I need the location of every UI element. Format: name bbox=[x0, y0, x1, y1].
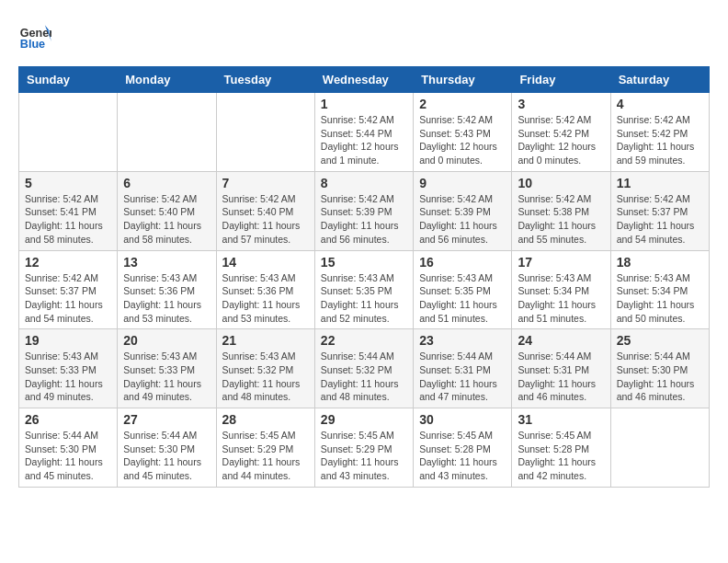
day-info: Sunrise: 5:43 AM Sunset: 5:36 PM Dayligh… bbox=[222, 271, 309, 326]
day-info: Sunrise: 5:42 AM Sunset: 5:37 PM Dayligh… bbox=[617, 192, 703, 247]
calendar-cell: 9Sunrise: 5:42 AM Sunset: 5:39 PM Daylig… bbox=[414, 171, 512, 250]
day-info: Sunrise: 5:43 AM Sunset: 5:34 PM Dayligh… bbox=[617, 271, 703, 326]
day-info: Sunrise: 5:43 AM Sunset: 5:34 PM Dayligh… bbox=[518, 271, 604, 326]
calendar-cell: 6Sunrise: 5:42 AM Sunset: 5:40 PM Daylig… bbox=[118, 171, 216, 250]
weekday-header-wednesday: Wednesday bbox=[314, 67, 413, 93]
day-info: Sunrise: 5:44 AM Sunset: 5:31 PM Dayligh… bbox=[518, 350, 604, 404]
week-row-3: 12Sunrise: 5:42 AM Sunset: 5:37 PM Dayli… bbox=[19, 250, 710, 329]
weekday-header-monday: Monday bbox=[118, 67, 216, 93]
day-number: 16 bbox=[419, 255, 506, 270]
svg-text:Blue: Blue bbox=[20, 38, 45, 51]
weekday-header-row: SundayMondayTuesdayWednesdayThursdayFrid… bbox=[19, 67, 710, 93]
week-row-4: 19Sunrise: 5:43 AM Sunset: 5:33 PM Dayli… bbox=[19, 329, 710, 408]
day-info: Sunrise: 5:45 AM Sunset: 5:28 PM Dayligh… bbox=[518, 429, 604, 483]
day-number: 13 bbox=[123, 255, 210, 270]
day-number: 29 bbox=[321, 412, 407, 427]
day-number: 11 bbox=[617, 176, 703, 190]
week-row-2: 5Sunrise: 5:42 AM Sunset: 5:41 PM Daylig… bbox=[19, 171, 710, 250]
calendar-cell bbox=[610, 408, 709, 488]
calendar-cell: 19Sunrise: 5:43 AM Sunset: 5:33 PM Dayli… bbox=[19, 329, 118, 408]
week-row-1: 1Sunrise: 5:42 AM Sunset: 5:44 PM Daylig… bbox=[19, 93, 710, 172]
day-info: Sunrise: 5:42 AM Sunset: 5:41 PM Dayligh… bbox=[25, 192, 111, 247]
calendar-cell: 25Sunrise: 5:44 AM Sunset: 5:30 PM Dayli… bbox=[610, 329, 709, 408]
day-info: Sunrise: 5:43 AM Sunset: 5:33 PM Dayligh… bbox=[123, 350, 210, 404]
day-number: 12 bbox=[25, 255, 111, 270]
weekday-header-tuesday: Tuesday bbox=[216, 67, 314, 93]
day-number: 10 bbox=[518, 176, 604, 190]
calendar-cell: 11Sunrise: 5:42 AM Sunset: 5:37 PM Dayli… bbox=[610, 171, 709, 250]
day-info: Sunrise: 5:44 AM Sunset: 5:30 PM Dayligh… bbox=[123, 429, 210, 483]
calendar-cell: 21Sunrise: 5:43 AM Sunset: 5:32 PM Dayli… bbox=[216, 329, 314, 408]
day-number: 7 bbox=[222, 176, 309, 190]
day-number: 19 bbox=[25, 333, 111, 348]
calendar-cell: 29Sunrise: 5:45 AM Sunset: 5:29 PM Dayli… bbox=[314, 408, 413, 488]
day-info: Sunrise: 5:42 AM Sunset: 5:38 PM Dayligh… bbox=[518, 192, 604, 247]
calendar-cell: 31Sunrise: 5:45 AM Sunset: 5:28 PM Dayli… bbox=[512, 408, 610, 488]
day-number: 22 bbox=[321, 333, 407, 348]
day-number: 20 bbox=[123, 333, 210, 348]
page-header: General Blue bbox=[18, 18, 710, 52]
calendar-cell: 17Sunrise: 5:43 AM Sunset: 5:34 PM Dayli… bbox=[512, 250, 610, 329]
calendar-cell: 15Sunrise: 5:43 AM Sunset: 5:35 PM Dayli… bbox=[314, 250, 413, 329]
day-info: Sunrise: 5:45 AM Sunset: 5:28 PM Dayligh… bbox=[419, 429, 506, 483]
day-number: 31 bbox=[518, 412, 604, 427]
week-row-5: 26Sunrise: 5:44 AM Sunset: 5:30 PM Dayli… bbox=[19, 408, 710, 488]
day-info: Sunrise: 5:42 AM Sunset: 5:42 PM Dayligh… bbox=[518, 113, 604, 167]
day-info: Sunrise: 5:42 AM Sunset: 5:42 PM Dayligh… bbox=[617, 113, 703, 167]
day-number: 25 bbox=[617, 333, 703, 348]
calendar-cell: 16Sunrise: 5:43 AM Sunset: 5:35 PM Dayli… bbox=[414, 250, 512, 329]
calendar-cell: 18Sunrise: 5:43 AM Sunset: 5:34 PM Dayli… bbox=[610, 250, 709, 329]
day-info: Sunrise: 5:42 AM Sunset: 5:39 PM Dayligh… bbox=[419, 192, 506, 247]
calendar-cell: 12Sunrise: 5:42 AM Sunset: 5:37 PM Dayli… bbox=[19, 250, 118, 329]
calendar-cell bbox=[216, 93, 314, 172]
day-number: 1 bbox=[321, 97, 407, 111]
day-info: Sunrise: 5:45 AM Sunset: 5:29 PM Dayligh… bbox=[222, 429, 309, 483]
day-number: 5 bbox=[25, 176, 111, 190]
calendar-cell: 22Sunrise: 5:44 AM Sunset: 5:32 PM Dayli… bbox=[314, 329, 413, 408]
calendar-cell bbox=[19, 93, 118, 172]
calendar-cell: 28Sunrise: 5:45 AM Sunset: 5:29 PM Dayli… bbox=[216, 408, 314, 488]
day-info: Sunrise: 5:43 AM Sunset: 5:33 PM Dayligh… bbox=[25, 350, 111, 404]
calendar-cell: 13Sunrise: 5:43 AM Sunset: 5:36 PM Dayli… bbox=[118, 250, 216, 329]
day-number: 23 bbox=[419, 333, 506, 348]
day-number: 2 bbox=[419, 97, 506, 111]
day-number: 27 bbox=[123, 412, 210, 427]
weekday-header-saturday: Saturday bbox=[610, 67, 709, 93]
day-info: Sunrise: 5:43 AM Sunset: 5:32 PM Dayligh… bbox=[222, 350, 309, 404]
calendar-table: SundayMondayTuesdayWednesdayThursdayFrid… bbox=[18, 66, 710, 488]
calendar-cell: 1Sunrise: 5:42 AM Sunset: 5:44 PM Daylig… bbox=[314, 93, 413, 172]
day-info: Sunrise: 5:42 AM Sunset: 5:39 PM Dayligh… bbox=[321, 192, 407, 247]
day-number: 8 bbox=[321, 176, 407, 190]
calendar-cell: 14Sunrise: 5:43 AM Sunset: 5:36 PM Dayli… bbox=[216, 250, 314, 329]
weekday-header-sunday: Sunday bbox=[19, 67, 118, 93]
logo: General Blue bbox=[18, 18, 55, 52]
day-number: 6 bbox=[123, 176, 210, 190]
logo-icon: General Blue bbox=[18, 18, 51, 52]
day-info: Sunrise: 5:45 AM Sunset: 5:29 PM Dayligh… bbox=[321, 429, 407, 483]
calendar-cell: 7Sunrise: 5:42 AM Sunset: 5:40 PM Daylig… bbox=[216, 171, 314, 250]
calendar-cell: 27Sunrise: 5:44 AM Sunset: 5:30 PM Dayli… bbox=[118, 408, 216, 488]
day-number: 17 bbox=[518, 255, 604, 270]
day-info: Sunrise: 5:42 AM Sunset: 5:37 PM Dayligh… bbox=[25, 271, 111, 326]
weekday-header-friday: Friday bbox=[512, 67, 610, 93]
weekday-header-thursday: Thursday bbox=[414, 67, 512, 93]
calendar-cell: 4Sunrise: 5:42 AM Sunset: 5:42 PM Daylig… bbox=[610, 93, 709, 172]
calendar-cell: 5Sunrise: 5:42 AM Sunset: 5:41 PM Daylig… bbox=[19, 171, 118, 250]
day-number: 24 bbox=[518, 333, 604, 348]
day-info: Sunrise: 5:44 AM Sunset: 5:30 PM Dayligh… bbox=[617, 350, 703, 404]
day-number: 14 bbox=[222, 255, 309, 270]
calendar-cell: 8Sunrise: 5:42 AM Sunset: 5:39 PM Daylig… bbox=[314, 171, 413, 250]
day-info: Sunrise: 5:42 AM Sunset: 5:40 PM Dayligh… bbox=[123, 192, 210, 247]
day-number: 3 bbox=[518, 97, 604, 111]
day-info: Sunrise: 5:44 AM Sunset: 5:30 PM Dayligh… bbox=[25, 429, 111, 483]
day-info: Sunrise: 5:42 AM Sunset: 5:40 PM Dayligh… bbox=[222, 192, 309, 247]
day-info: Sunrise: 5:42 AM Sunset: 5:43 PM Dayligh… bbox=[419, 113, 506, 167]
day-number: 26 bbox=[25, 412, 111, 427]
day-info: Sunrise: 5:43 AM Sunset: 5:35 PM Dayligh… bbox=[321, 271, 407, 326]
day-number: 15 bbox=[321, 255, 407, 270]
calendar-cell: 24Sunrise: 5:44 AM Sunset: 5:31 PM Dayli… bbox=[512, 329, 610, 408]
calendar-cell: 3Sunrise: 5:42 AM Sunset: 5:42 PM Daylig… bbox=[512, 93, 610, 172]
day-info: Sunrise: 5:44 AM Sunset: 5:32 PM Dayligh… bbox=[321, 350, 407, 404]
calendar-cell: 26Sunrise: 5:44 AM Sunset: 5:30 PM Dayli… bbox=[19, 408, 118, 488]
day-number: 4 bbox=[617, 97, 703, 111]
